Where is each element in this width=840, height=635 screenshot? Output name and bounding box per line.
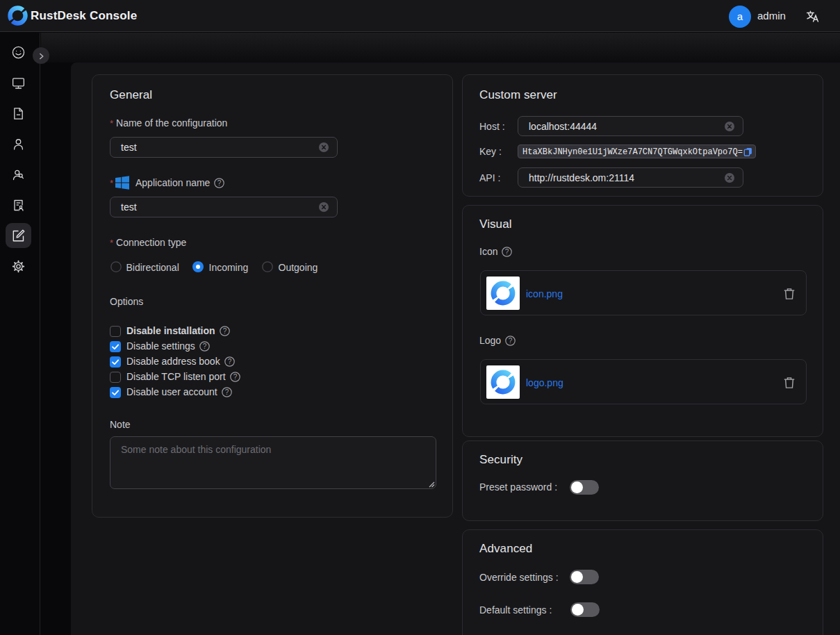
svg-text:?: ? — [224, 388, 229, 395]
svg-text:?: ? — [203, 342, 207, 349]
svg-text:?: ? — [222, 327, 227, 334]
svg-text:?: ? — [509, 336, 513, 344]
svg-text:?: ? — [233, 372, 237, 380]
svg-text:?: ? — [217, 179, 222, 186]
svg-text:?: ? — [505, 247, 509, 255]
svg-text:?: ? — [227, 357, 231, 365]
